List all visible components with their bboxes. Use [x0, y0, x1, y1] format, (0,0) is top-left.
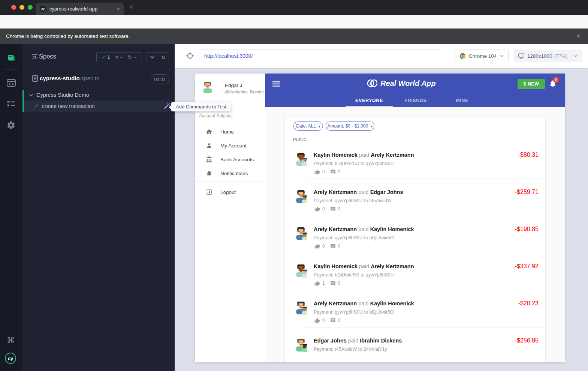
collapse-all-chevron-icon[interactable]	[147, 56, 158, 59]
keyboard-shortcuts-icon[interactable]: ⌘	[7, 336, 15, 345]
nav-label: My Account	[220, 143, 247, 149]
like-button-icon[interactable]	[314, 243, 320, 249]
home-icon	[206, 128, 212, 135]
tab-close-icon[interactable]: ×	[117, 6, 120, 12]
failed-count: --	[120, 54, 123, 60]
selector-playground-icon[interactable]	[186, 52, 194, 60]
new-transaction-button[interactable]: $ NEW	[518, 79, 545, 89]
rail-test-list-icon[interactable]	[6, 99, 16, 108]
runner-header: Chrome 104 1280x1000 (77%)	[175, 44, 588, 68]
banner-close-icon[interactable]: ×	[576, 29, 581, 44]
browser-select[interactable]: Chrome 104	[455, 50, 509, 62]
refresh-icon[interactable]: ↻	[158, 54, 169, 60]
tab-mine[interactable]: MINE	[439, 95, 485, 106]
hamburger-menu-icon[interactable]	[272, 81, 280, 87]
tx-detail: Payment: t45AiwidW to 24VniajY1y	[314, 346, 387, 353]
tx-amount: -$20.23	[518, 300, 539, 307]
like-button-icon[interactable]	[314, 281, 320, 286]
run-stats[interactable]: ✓ 1 × -- ↻ --	[96, 52, 142, 62]
comment-button-icon[interactable]	[330, 281, 336, 286]
tx-avatar	[294, 264, 308, 278]
cypress-logo[interactable]: cy	[5, 353, 16, 364]
tx-receiver: Edgar Johns	[370, 189, 403, 195]
passed-count: 1	[107, 54, 110, 60]
rail-specs-icon[interactable]	[6, 54, 16, 63]
app-url-input[interactable]	[199, 50, 452, 62]
comment-button-icon[interactable]	[330, 243, 336, 249]
new-tab-button[interactable]: +	[129, 3, 133, 11]
tx-detail: Payment: qywYp6hS0U to bDjUb4ir5O	[314, 309, 394, 315]
divider	[22, 89, 175, 89]
tab-friends[interactable]: FRIENDS	[392, 95, 439, 106]
tx-avatar	[294, 227, 308, 241]
date-filter-chip[interactable]: Date: ALL ▾	[293, 122, 323, 131]
browser-select-label: Chrome 104	[469, 53, 500, 59]
viewport-select[interactable]: 1280x1000 (77%)	[514, 50, 582, 62]
suite-chevron-icon	[29, 94, 33, 96]
transaction-row[interactable]: Arely Kertzmann paid Kaylin Homenick Pay…	[285, 216, 545, 253]
comment-button-icon[interactable]	[330, 206, 336, 212]
transaction-row[interactable]: Kaylin Homenick paid Arely Kertzmann Pay…	[285, 253, 545, 290]
tx-avatar	[294, 301, 308, 315]
chevron-down-icon	[500, 55, 504, 57]
sidebar-item-notifications[interactable]: Notifications	[195, 169, 265, 177]
pending-icon: ↻	[128, 54, 132, 60]
app-url-field[interactable]	[199, 50, 442, 62]
like-button-icon[interactable]	[314, 206, 320, 212]
notification-badge: 8	[553, 77, 559, 83]
tx-sender: Arely Kertzmann	[314, 189, 357, 195]
tx-amount: -$80.31	[518, 151, 539, 159]
account-balance-label: Account Balance	[195, 113, 236, 119]
tx-sender: Arely Kertzmann	[314, 226, 357, 232]
browser-toolbar: ← → ↻ localhost:3000/__/#/specs/runner?f…	[0, 15, 588, 29]
tab-everyone[interactable]: EVERYONE	[346, 95, 392, 106]
like-button-icon[interactable]	[314, 169, 320, 175]
transaction-row[interactable]: Arely Kertzmann paid Edgar Johns Payment…	[285, 179, 545, 216]
browser-tab[interactable]: cy cypress-realworld-app ×	[36, 3, 124, 15]
suite-row[interactable]: Cypress Studio Demo	[24, 90, 175, 101]
traffic-light-minimize[interactable]	[19, 5, 24, 10]
comment-button-icon[interactable]	[330, 318, 336, 323]
app-sidebar: Edgar J @Katharina_Bernier 7 Account Bal…	[195, 74, 265, 362]
transaction-row[interactable]: Edgar Johns paid Ibrahim Dickens Payment…	[285, 327, 545, 362]
transaction-row[interactable]: Kaylin Homenick paid Arely Kertzmann Pay…	[285, 142, 545, 179]
screen: cy cypress-realworld-app × + ← → ↻ local…	[0, 0, 588, 371]
sidebar-item-my-account[interactable]: My Account	[195, 141, 265, 150]
transaction-row[interactable]: Arely Kertzmann paid Kaylin Homenick Pay…	[285, 290, 545, 327]
tx-action: paid	[358, 226, 370, 232]
sidebar-item-home[interactable]: Home	[195, 128, 265, 136]
test-row[interactable]: ✓ create new transaction	[24, 101, 175, 112]
traffic-light-close[interactable]	[11, 5, 16, 10]
test-title: create new transaction	[42, 103, 95, 109]
spec-file-row[interactable]: cypress-studio.spec.ts 00:01	[22, 70, 175, 87]
panel-collapse-icon[interactable]	[31, 54, 38, 60]
sidebar-item-bank-accounts[interactable]: Bank Accounts	[195, 155, 265, 164]
panel-controls: ↻	[147, 52, 169, 62]
rail-settings-gear-icon[interactable]	[6, 120, 16, 130]
app-title: Real World App	[380, 79, 436, 88]
user-name: Edgar J	[225, 83, 242, 88]
failed-icon: ×	[115, 54, 118, 60]
user-username: @Katharina_Bernier	[225, 90, 264, 94]
tx-avatar	[294, 189, 308, 204]
tx-action: paid	[359, 263, 371, 269]
sidebar-item-logout[interactable]: Logout	[195, 188, 265, 196]
like-button-icon[interactable]	[314, 318, 320, 323]
person-icon	[206, 142, 212, 149]
tx-amount: -$190.85	[515, 225, 539, 233]
comment-button-icon[interactable]	[330, 169, 336, 175]
tx-comments: 0	[338, 318, 341, 323]
transaction-card: Date: ALL ▾ Amount: $0 - $1,000 ▾ Public…	[285, 117, 545, 362]
spec-name: cypress-studio	[40, 75, 80, 81]
tx-comments: 0	[338, 281, 341, 286]
amount-filter-chip[interactable]: Amount: $0 - $1,000 ▾	[326, 122, 374, 131]
profile-avatar	[201, 81, 214, 94]
date-filter-label: Date: ALL	[296, 123, 316, 129]
rail-code-window-icon[interactable]	[6, 78, 16, 87]
cypress-favicon-icon: cy	[40, 6, 46, 12]
tx-likes: 0	[322, 206, 325, 212]
test-passed-icon: ✓	[34, 103, 39, 108]
tx-likes: 0	[322, 169, 325, 174]
traffic-light-zoom[interactable]	[28, 5, 33, 10]
app-logo[interactable]: $ Real World App	[367, 78, 438, 88]
